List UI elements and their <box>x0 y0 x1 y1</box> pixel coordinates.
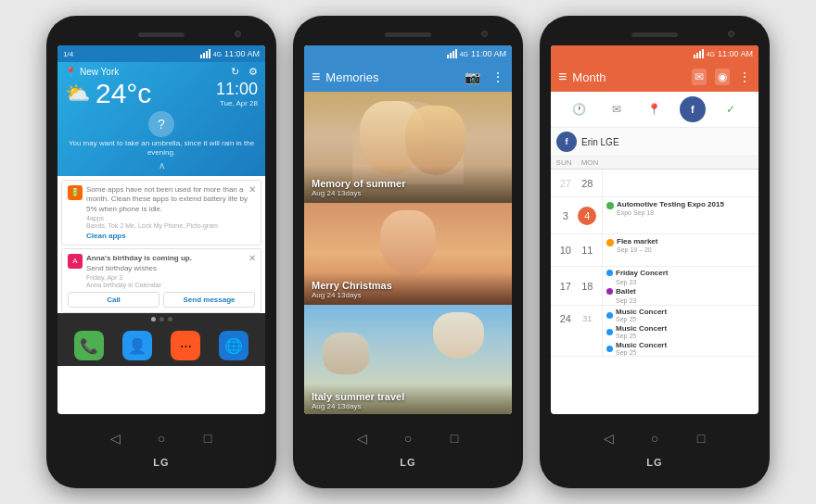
battery-card: ✕ 🔋 Some apps have not been used for mor… <box>61 180 261 246</box>
facebook-icon[interactable]: f <box>680 96 706 122</box>
user-name: Erin LGE <box>581 137 619 147</box>
send-message-button[interactable]: Send message <box>163 292 255 308</box>
birthday-date: Friday, Apr 3 <box>86 274 192 281</box>
col-events <box>603 158 759 167</box>
location-icon-cal[interactable]: ◉ <box>715 69 730 85</box>
back-button[interactable]: ◁ <box>105 428 125 448</box>
date-28[interactable]: 28 <box>578 174 596 193</box>
network-2: 4G <box>460 51 468 57</box>
date-4-today[interactable]: 4 <box>578 207 596 225</box>
status-counter: 1/4 <box>63 50 198 58</box>
memory-item-summer[interactable]: Memory of summer Aug 24 13days <box>304 92 512 203</box>
phone-1: 1/4 4G 11:00 AM 📍 New York ↻ ⚙ ⛅ <box>46 16 276 488</box>
menu-icon-3[interactable]: ≡ <box>558 69 567 85</box>
event-title-6: Music Concert <box>616 324 667 333</box>
settings-icon[interactable]: ⚙ <box>249 66 258 78</box>
birthday-card: ✕ A Anna's birthday is coming up. Send b… <box>61 248 261 313</box>
recent-button-3[interactable]: □ <box>691 428 711 448</box>
refresh-icon[interactable]: ↻ <box>231 66 239 78</box>
date-25[interactable]: 31 <box>578 309 596 328</box>
week-row-2: 3 4 Automotive Testing Expo 2015 Expo Se… <box>551 197 759 234</box>
birthday-calendar: Anna birthday in Calendar <box>86 282 192 288</box>
clock-icon[interactable]: 🕐 <box>566 96 592 122</box>
recent-button[interactable]: □ <box>198 428 218 448</box>
event-title-2: Flea market <box>617 237 657 246</box>
camera-icon[interactable]: 📷 <box>465 69 480 84</box>
more-icon-3[interactable]: ⋮ <box>738 69 751 84</box>
memory-title-2: Merry Christmas <box>312 280 392 291</box>
network-3: 4G <box>707 51 715 57</box>
clean-apps-button[interactable]: Clean apps <box>86 232 126 240</box>
email-tool-icon[interactable]: ✉ <box>604 96 630 122</box>
front-camera <box>235 31 241 37</box>
phone-2: 4G 11:00 AM ≡ Memories 📷 ⋮ Memory of sum… <box>293 16 523 488</box>
cal-col-headers: SUN MON <box>551 157 759 170</box>
memory-item-italy[interactable]: Italy summer travel Aug 24 13days <box>304 305 512 414</box>
birthday-title: Anna's birthday is coming up. <box>86 254 192 262</box>
back-button-2[interactable]: ◁ <box>351 428 372 448</box>
back-button-3[interactable]: ◁ <box>598 428 618 448</box>
event-title-5: Music Concert <box>616 308 667 316</box>
phone-2-top <box>300 25 516 45</box>
events-4: Friday Concert Sep 23 Ballet Sep 23 <box>603 267 759 305</box>
chevron-up-icon[interactable]: ∧ <box>65 160 258 170</box>
event-date-4: Sep 23 <box>616 297 755 304</box>
memory-title-1: Memory of summer <box>312 178 405 189</box>
location-icon: 📍 <box>65 67 76 77</box>
date-10[interactable]: 10 <box>556 241 575 259</box>
email-icon[interactable]: ✉ <box>692 69 707 85</box>
event-title-7: Music Concert <box>616 341 667 349</box>
event-dot-4 <box>606 288 613 295</box>
signal-icon <box>200 49 210 58</box>
status-time-3: 11:00 AM <box>718 49 753 58</box>
phone-1-nav: ◁ ○ □ <box>105 422 218 455</box>
memory-bg-xmas: Merry Christmas Aug 24 13days <box>304 203 512 305</box>
battery-card-text: Some apps have not been used for more th… <box>86 185 255 214</box>
browser-icon[interactable]: 🌐 <box>219 331 249 360</box>
call-button[interactable]: Call <box>68 292 159 308</box>
date-11[interactable]: 11 <box>578 241 596 259</box>
home-button-2[interactable]: ○ <box>398 428 418 448</box>
battery-icon: 🔋 <box>68 185 83 200</box>
user-avatar: f <box>556 132 577 152</box>
events-2: Automotive Testing Expo 2015 Expo Sep 18 <box>603 197 759 233</box>
date-18[interactable]: 18 <box>578 277 596 296</box>
front-camera-2 <box>481 31 488 37</box>
date-27[interactable]: 27 <box>556 174 575 193</box>
memory-sub-2: Aug 24 13days <box>312 291 392 299</box>
event-date-2: Sep 19 – 20 <box>617 246 657 253</box>
menu-icon-2[interactable]: ≡ <box>312 69 320 85</box>
event-dot-7 <box>606 346 613 352</box>
memory-title-3: Italy summer travel <box>312 391 404 402</box>
event-dot-2 <box>606 239 614 246</box>
close-icon[interactable]: ✕ <box>249 184 256 195</box>
birthday-sub1: Send birthday wishes <box>86 264 192 273</box>
status-bar-3: 4G 11:00 AM <box>551 45 759 62</box>
date-24[interactable]: 24 <box>556 309 575 328</box>
home-button-3[interactable]: ○ <box>644 428 665 448</box>
signal-icon-2 <box>447 49 457 58</box>
phone-app-icon[interactable]: 📞 <box>74 331 104 360</box>
date-17[interactable]: 17 <box>556 277 575 296</box>
check-tool-icon[interactable]: ✓ <box>718 96 744 122</box>
location-tool-icon[interactable]: 📍 <box>642 96 668 122</box>
phone-3: 4G 11:00 AM ≡ Month ✉ ◉ ⋮ 🕐 ✉ 📍 f ✓ f Er… <box>540 16 770 488</box>
home-button[interactable]: ○ <box>151 428 172 448</box>
weather-time: 11:00 <box>216 80 258 99</box>
recent-button-2[interactable]: □ <box>444 428 465 448</box>
memory-sub-1: Aug 24 13days <box>312 189 405 197</box>
app-dock: 📞 👤 ⋯ 🌐 <box>57 325 265 366</box>
close-icon-2[interactable]: ✕ <box>249 253 256 263</box>
dot-2 <box>159 317 164 321</box>
more-icon-2[interactable]: ⋮ <box>491 69 504 84</box>
status-bar-1: 1/4 4G 11:00 AM <box>57 45 265 62</box>
speaker-3 <box>631 32 678 37</box>
apps-icon[interactable]: ⋯ <box>171 331 200 360</box>
date-3[interactable]: 3 <box>556 207 575 225</box>
memory-item-christmas[interactable]: Merry Christmas Aug 24 13days <box>304 203 512 305</box>
contacts-app-icon[interactable]: 👤 <box>122 331 152 360</box>
weather-advice: You may want to take an umbrella, since … <box>65 139 258 158</box>
dot-1 <box>151 317 156 321</box>
temperature: 24°c <box>96 80 151 107</box>
memory-sub-3: Aug 24 13days <box>312 402 404 410</box>
